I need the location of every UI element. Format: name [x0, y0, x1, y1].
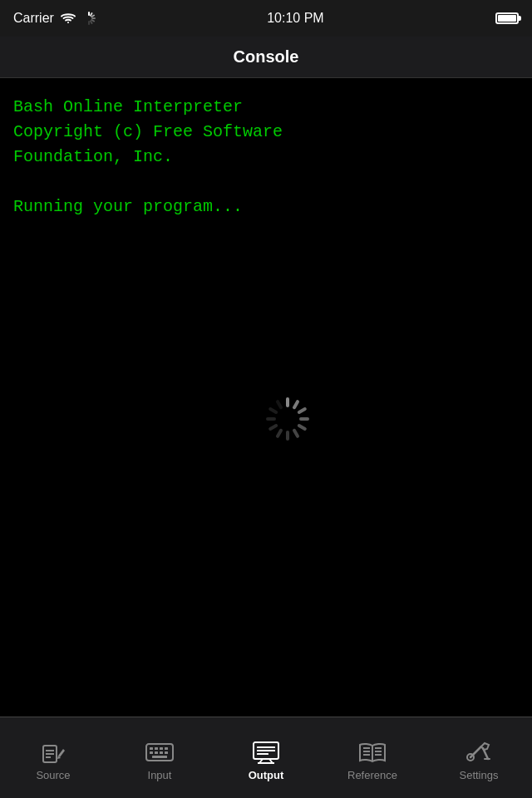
settings-icon — [466, 741, 491, 764]
tab-reference[interactable]: Reference — [319, 717, 426, 798]
svg-rect-15 — [160, 747, 163, 750]
svg-rect-26 — [257, 746, 275, 748]
tab-source[interactable]: Source — [0, 717, 106, 798]
svg-line-2 — [91, 13, 92, 16]
source-tab-label: Source — [36, 769, 70, 781]
tab-bar: Source Input — [0, 717, 532, 798]
wifi-icon — [61, 12, 76, 24]
status-time: 10:10 PM — [267, 11, 323, 26]
svg-rect-28 — [257, 753, 268, 755]
svg-rect-21 — [152, 756, 167, 758]
tab-output[interactable]: Output — [213, 717, 319, 798]
svg-line-5 — [91, 20, 94, 22]
source-icon — [40, 741, 66, 764]
svg-rect-18 — [155, 751, 158, 754]
svg-point-0 — [67, 22, 69, 23]
output-icon — [251, 741, 281, 764]
tab-input[interactable]: Input — [106, 717, 213, 798]
status-right — [495, 12, 519, 24]
svg-rect-16 — [165, 747, 168, 750]
reference-tab-label: Reference — [347, 769, 397, 781]
activity-icon — [82, 12, 96, 25]
input-tab-label: Input — [148, 769, 172, 781]
svg-rect-13 — [150, 747, 153, 750]
carrier-label: Carrier — [13, 11, 54, 26]
nav-bar: Console — [0, 37, 532, 78]
svg-line-6 — [91, 21, 92, 23]
console-output: Bash Online Interpreter Copyright (c) Fr… — [13, 95, 519, 219]
svg-rect-20 — [165, 751, 168, 754]
reference-icon — [358, 741, 387, 764]
svg-rect-19 — [160, 751, 163, 754]
status-left: Carrier — [13, 11, 96, 26]
input-icon — [145, 741, 175, 764]
nav-title: Console — [234, 47, 299, 66]
svg-rect-27 — [257, 750, 275, 751]
status-bar: Carrier 10:10 PM — [0, 0, 532, 37]
svg-line-3 — [91, 16, 94, 17]
battery-icon — [495, 12, 519, 24]
console-area: Bash Online Interpreter Copyright (c) Fr… — [0, 78, 532, 717]
loading-spinner — [266, 397, 309, 441]
settings-tab-label: Settings — [460, 769, 499, 781]
svg-rect-14 — [155, 747, 158, 750]
output-tab-label: Output — [249, 769, 284, 781]
tab-settings[interactable]: Settings — [426, 717, 532, 798]
svg-rect-17 — [150, 751, 153, 754]
